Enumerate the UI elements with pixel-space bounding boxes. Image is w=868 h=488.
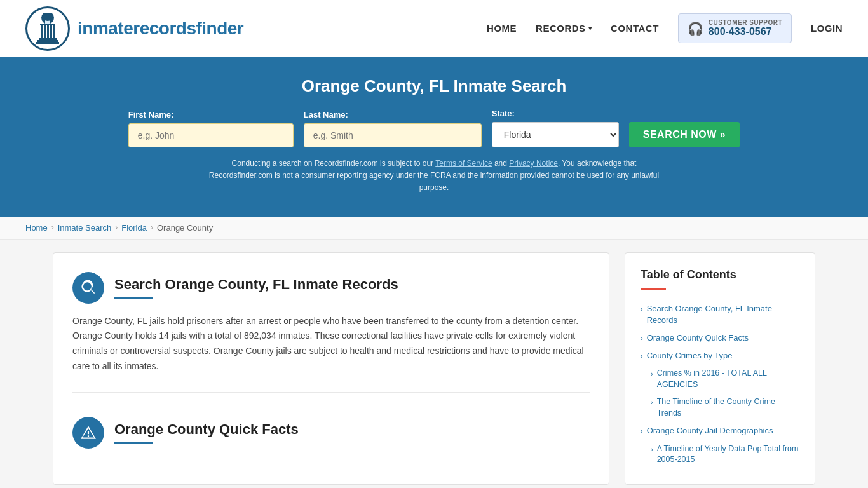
toc-chevron-icon: › [651, 369, 653, 379]
headphone-icon: 🎧 [688, 21, 703, 36]
toc-chevron-icon: › [641, 304, 643, 314]
first-name-label: First Name: [128, 110, 174, 119]
toc-item: ›Orange County Quick Facts [641, 329, 799, 347]
main-nav: HOME RECORDS ▾ CONTACT 🎧 CUSTOMER SUPPOR… [487, 13, 843, 43]
breadcrumb-inmate-search[interactable]: Inmate Search [58, 223, 112, 233]
first-name-input[interactable] [128, 123, 294, 147]
section1-underline [114, 297, 153, 299]
toc-link[interactable]: ›Crimes % in 2016 - TOTAL ALL AGENCIES [651, 368, 799, 390]
site-header: inmaterecordsfinder HOME RECORDS ▾ CONTA… [0, 0, 868, 57]
support-label: CUSTOMER SUPPORT [709, 19, 782, 26]
breadcrumb-home[interactable]: Home [25, 223, 48, 233]
last-name-input[interactable] [304, 123, 482, 147]
logo-text: inmaterecordsfinder [78, 18, 243, 39]
toc-item: ›Crimes % in 2016 - TOTAL ALL AGENCIES [641, 365, 799, 393]
toc-chevron-icon: › [641, 351, 643, 361]
toc-item: ›A Timeline of Yearly Data Pop Total fro… [641, 440, 799, 469]
nav-home[interactable]: HOME [487, 23, 517, 34]
logo-icon [25, 6, 70, 51]
breadcrumb-sep-2: › [115, 223, 118, 232]
breadcrumb-florida[interactable]: Florida [121, 223, 147, 233]
toc-box: Table of Contents ›Search Orange County,… [625, 252, 815, 485]
toc-item: ›Search Orange County, FL Inmate Records [641, 300, 799, 329]
toc-underline [641, 288, 666, 290]
section2-underline [114, 442, 153, 444]
svg-rect-5 [44, 25, 46, 38]
section2-icon [72, 417, 104, 449]
toc-link[interactable]: ›Orange County Jail Demographics [641, 425, 799, 437]
svg-rect-10 [37, 40, 58, 42]
toc-list: ›Search Orange County, FL Inmate Records… [641, 300, 799, 469]
section2-header: Orange County Quick Facts [72, 417, 590, 449]
toc-chevron-icon: › [651, 398, 653, 407]
section1-title: Search Orange County, FL Inmate Records [114, 276, 398, 293]
breadcrumb-sep-1: › [51, 223, 54, 232]
toc-link[interactable]: ›Search Orange County, FL Inmate Records [641, 303, 799, 326]
svg-rect-8 [53, 25, 55, 38]
section1-title-area: Search Orange County, FL Inmate Records [114, 276, 398, 299]
hero-title: Orange County, FL Inmate Search [25, 76, 843, 96]
toc-chevron-icon: › [641, 426, 643, 436]
support-text-area: CUSTOMER SUPPORT 800-433-0567 [709, 19, 782, 37]
svg-rect-11 [36, 42, 59, 44]
breadcrumb-orange-county: Orange County [157, 223, 213, 233]
content-area: Search Orange County, FL Inmate Records … [53, 252, 609, 485]
section1-header: Search Orange County, FL Inmate Records [72, 272, 590, 304]
privacy-link[interactable]: Privacy Notice [509, 159, 558, 168]
support-number: 800-433-0567 [709, 26, 772, 37]
toc-chevron-icon: › [651, 445, 653, 454]
nav-records[interactable]: RECORDS ▾ [536, 23, 592, 34]
toc-link[interactable]: ›A Timeline of Yearly Data Pop Total fro… [651, 444, 799, 466]
svg-rect-3 [40, 24, 55, 25]
login-button[interactable]: LOGIN [811, 23, 843, 34]
search-form: First Name: Last Name: State: AlabamaAla… [25, 109, 843, 147]
section2-title: Orange County Quick Facts [114, 421, 299, 438]
logo-area: inmaterecordsfinder [25, 6, 243, 51]
section-divider [72, 392, 590, 393]
section1-text: Orange County, FL jails hold prisoners a… [72, 314, 590, 374]
section2: Orange County Quick Facts [72, 410, 590, 449]
records-chevron-icon: ▾ [588, 25, 592, 32]
search-now-button[interactable]: SEARCH NOW » [629, 122, 740, 147]
state-label: State: [492, 109, 515, 118]
breadcrumb-sep-3: › [151, 223, 153, 232]
toc-item: ›The Timeline of the County Crime Trends [641, 393, 799, 422]
svg-point-2 [43, 13, 53, 21]
toc-item: ›County Crimes by Type [641, 347, 799, 365]
terms-link[interactable]: Terms of Service [435, 159, 492, 168]
hero-disclaimer: Conducting a search on Recordsfinder.com… [205, 158, 663, 194]
first-name-group: First Name: [128, 110, 294, 147]
state-select[interactable]: AlabamaAlaskaArizonaArkansasCaliforniaCo… [492, 122, 619, 147]
nav-contact[interactable]: CONTACT [611, 23, 659, 34]
breadcrumb: Home › Inmate Search › Florida › Orange … [0, 217, 868, 240]
state-group: State: AlabamaAlaskaArizonaArkansasCalif… [492, 109, 619, 147]
svg-rect-4 [41, 25, 43, 38]
section2-title-area: Orange County Quick Facts [114, 421, 299, 444]
main-content: Search Orange County, FL Inmate Records … [27, 252, 841, 485]
toc-item: ›Orange County Jail Demographics [641, 422, 799, 440]
toc-chevron-icon: › [641, 334, 643, 343]
toc-link[interactable]: ›County Crimes by Type [641, 350, 799, 362]
svg-rect-7 [50, 25, 52, 38]
last-name-group: Last Name: [304, 110, 482, 147]
support-button[interactable]: 🎧 CUSTOMER SUPPORT 800-433-0567 [678, 13, 792, 43]
search-icon [80, 280, 97, 296]
last-name-label: Last Name: [304, 110, 348, 119]
alert-icon [80, 424, 97, 441]
section1-icon [72, 272, 104, 304]
toc-link[interactable]: ›The Timeline of the County Crime Trends [651, 396, 799, 419]
toc-link[interactable]: ›Orange County Quick Facts [641, 332, 799, 344]
svg-rect-9 [39, 38, 57, 40]
search-hero: Orange County, FL Inmate Search First Na… [0, 57, 868, 217]
toc-title: Table of Contents [641, 268, 799, 281]
svg-rect-6 [47, 25, 49, 38]
sidebar: Table of Contents ›Search Orange County,… [625, 252, 815, 485]
